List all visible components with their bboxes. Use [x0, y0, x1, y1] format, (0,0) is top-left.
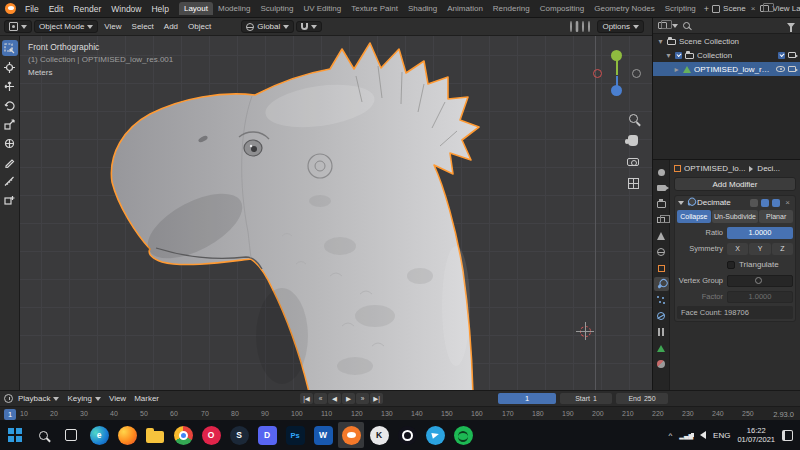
menu-render[interactable]: Render: [68, 2, 106, 16]
options-dropdown[interactable]: Options: [597, 20, 644, 33]
tab-modifiers[interactable]: [654, 277, 669, 291]
timeline-editor-icon[interactable]: [4, 394, 13, 403]
tab-modeling[interactable]: Modeling: [213, 2, 255, 15]
axis-y-toggle[interactable]: Y: [749, 243, 770, 255]
menu-object[interactable]: Object: [184, 21, 215, 32]
navigation-gizmo[interactable]: [590, 48, 644, 102]
taskbar-app-photoshop[interactable]: Ps: [282, 422, 308, 448]
jump-to-start-button[interactable]: |◀: [300, 393, 313, 404]
triangulate-checkbox[interactable]: [727, 261, 735, 269]
menu-view[interactable]: View: [106, 393, 129, 404]
jump-to-end-button[interactable]: ▶|: [370, 393, 383, 404]
start-button[interactable]: [2, 422, 28, 448]
transform-orientation-dropdown[interactable]: Global: [241, 20, 294, 33]
tab-physics[interactable]: [654, 309, 669, 323]
tab-animation[interactable]: Animation: [442, 2, 488, 15]
breadcrumb-modifier[interactable]: Deci...: [757, 164, 780, 173]
task-view-button[interactable]: [58, 422, 84, 448]
taskbar-app-discord[interactable]: D: [254, 422, 280, 448]
menu-view[interactable]: View: [100, 21, 125, 32]
shading-material-button[interactable]: [581, 21, 585, 32]
expand-caret-icon[interactable]: ▸: [673, 65, 680, 74]
filter-icon[interactable]: [787, 23, 795, 28]
language-indicator[interactable]: ENG: [713, 431, 730, 440]
taskbar-app-krita[interactable]: K: [366, 422, 392, 448]
taskbar-app-word[interactable]: W: [310, 422, 336, 448]
gizmo-axis-z-ball[interactable]: [611, 85, 622, 96]
tab-material[interactable]: [654, 357, 669, 371]
tool-add-object[interactable]: [2, 192, 18, 208]
tab-constraints[interactable]: [654, 325, 669, 339]
next-keyframe-button[interactable]: »: [356, 393, 369, 404]
display-realtime-toggle[interactable]: [761, 199, 769, 207]
tool-rotate[interactable]: [2, 97, 18, 113]
taskbar-app-edge[interactable]: e: [86, 422, 112, 448]
blender-logo-icon[interactable]: [5, 3, 16, 14]
taskbar-search-button[interactable]: [30, 422, 56, 448]
shading-rendered-button[interactable]: [587, 21, 591, 32]
mode-unsubdivide-button[interactable]: Un-Subdivide: [712, 210, 758, 223]
menu-edit[interactable]: Edit: [44, 2, 69, 16]
taskbar-app-firefox[interactable]: [114, 422, 140, 448]
tab-layout[interactable]: Layout: [179, 2, 213, 15]
taskbar-app-opera[interactable]: O: [198, 422, 224, 448]
prev-keyframe-button[interactable]: «: [314, 393, 327, 404]
chevron-down-icon[interactable]: [672, 24, 678, 28]
tool-scale[interactable]: [2, 116, 18, 132]
menu-file[interactable]: File: [20, 2, 44, 16]
scene-name[interactable]: Scene: [723, 4, 746, 13]
tab-rendering[interactable]: Rendering: [488, 2, 535, 15]
exclude-checkbox-icon[interactable]: [778, 52, 785, 59]
shading-wireframe-button[interactable]: [569, 21, 573, 32]
volume-icon[interactable]: [700, 431, 706, 439]
taskbar-app-chrome[interactable]: [170, 422, 196, 448]
pan-hand-icon[interactable]: [628, 135, 638, 146]
taskbar-app-blender[interactable]: [338, 422, 364, 448]
outliner-row-collection[interactable]: ▾ Collection: [653, 48, 800, 62]
tab-world[interactable]: [654, 245, 669, 259]
axis-z-toggle[interactable]: Z: [772, 243, 793, 255]
play-reverse-button[interactable]: ◀: [328, 393, 341, 404]
taskbar-app-spotify[interactable]: [450, 422, 476, 448]
start-frame-field[interactable]: Start 1: [560, 393, 612, 404]
gizmo-axis-x-ball[interactable]: [593, 69, 602, 78]
render-visibility-icon[interactable]: [788, 52, 796, 58]
tab-scripting[interactable]: Scripting: [660, 2, 701, 15]
model-bird-sculpt[interactable]: [20, 36, 652, 390]
tab-render[interactable]: [654, 181, 669, 195]
menu-add[interactable]: Add: [160, 21, 182, 32]
tab-view-layer[interactable]: [654, 213, 669, 227]
view-layer-name[interactable]: View Layer: [772, 4, 800, 13]
menu-playback[interactable]: Playback: [15, 393, 62, 404]
taskbar-app-steam[interactable]: S: [226, 422, 252, 448]
axis-x-toggle[interactable]: X: [727, 243, 748, 255]
tab-particles[interactable]: [654, 293, 669, 307]
tool-annotate[interactable]: [2, 154, 18, 170]
tab-geometry-nodes[interactable]: Geometry Nodes: [589, 2, 659, 15]
add-workspace-button[interactable]: +: [701, 4, 712, 14]
timeline-ruler[interactable]: 1 10 20 30 40 50 60 70 80 90 100 110 120…: [0, 406, 800, 421]
viewport-3d[interactable]: Front Orthographic (1) Collection | OPTI…: [20, 36, 652, 390]
taskbar-app-obs[interactable]: [394, 422, 420, 448]
tool-transform[interactable]: [2, 135, 18, 151]
modifier-header[interactable]: Decimate ×: [677, 198, 793, 207]
tab-tool[interactable]: [654, 165, 669, 179]
ratio-slider[interactable]: 1.0000: [727, 227, 793, 239]
shading-solid-button[interactable]: [575, 21, 579, 32]
taskbar-app-file-explorer[interactable]: [142, 422, 168, 448]
vertex-group-field[interactable]: [727, 275, 793, 287]
tray-expand-chevron[interactable]: ^: [669, 431, 673, 440]
end-frame-field[interactable]: End 250: [616, 393, 668, 404]
outliner-row-scene-collection[interactable]: ▾ Scene Collection: [653, 34, 800, 48]
tool-move[interactable]: [2, 78, 18, 94]
tab-compositing[interactable]: Compositing: [535, 2, 589, 15]
action-center-icon[interactable]: [782, 430, 793, 441]
gizmo-axis-x-neg-ball[interactable]: [632, 69, 641, 78]
tool-select-box[interactable]: [2, 40, 18, 56]
tab-object-data[interactable]: [654, 341, 669, 355]
taskbar-clock[interactable]: 16:22 01/07/2021: [737, 426, 775, 444]
gizmo-axis-y-ball[interactable]: [611, 50, 622, 61]
collection-checkbox-icon[interactable]: [675, 52, 682, 59]
tool-cursor[interactable]: [2, 59, 18, 75]
tab-shading[interactable]: Shading: [403, 2, 442, 15]
